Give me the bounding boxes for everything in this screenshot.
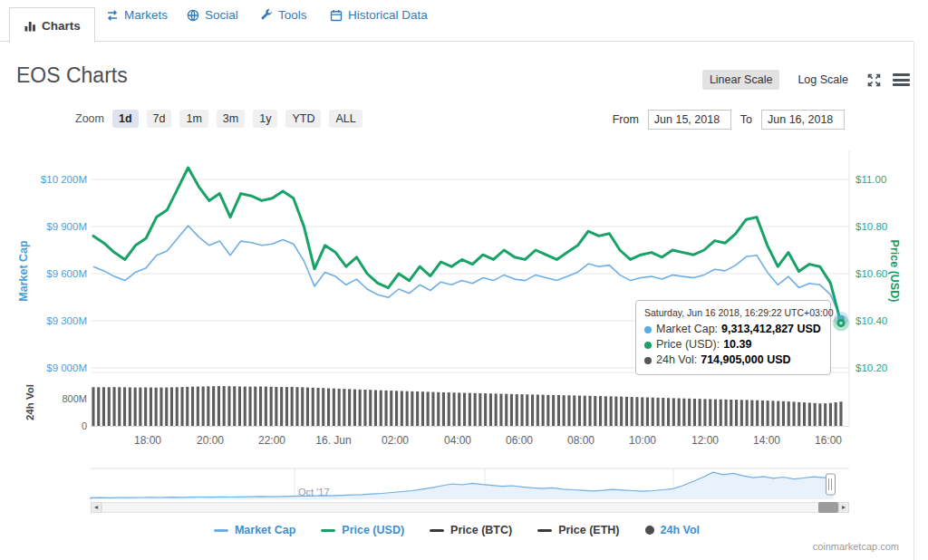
y-axis-right-tick: $10.60 — [856, 268, 887, 279]
legend-item-price-usd-[interactable]: Price (USD) — [321, 524, 404, 536]
wrench-icon — [260, 9, 273, 22]
tooltip-row: 24h Vol:714,905,000 USD — [644, 352, 822, 368]
chart-tab-bar: Charts Markets Social Tools Historical D… — [0, 0, 914, 42]
volume-tick-800m: 800M — [62, 393, 87, 404]
tooltip-series-value: 714,905,000 USD — [701, 352, 790, 368]
y-axis-right-tick: $11.00 — [856, 174, 886, 185]
legend-label: Market Cap — [235, 524, 295, 536]
zoom-range-1m[interactable]: 1m — [179, 110, 208, 128]
x-axis-tick: 16:00 — [801, 434, 856, 447]
x-axis-tick: 06:00 — [492, 434, 546, 447]
tab-tools-label: Tools — [278, 8, 307, 22]
series-bullet-icon — [644, 342, 652, 349]
menu-bar — [893, 79, 910, 82]
tab-historical-label: Historical Data — [348, 8, 428, 22]
exchange-arrows-icon — [106, 9, 119, 22]
chart-legend: Market CapPrice (USD)Price (BTC)Price (E… — [0, 524, 914, 536]
bar-chart-icon — [24, 19, 36, 32]
x-axis-tick: 10:00 — [615, 434, 670, 447]
scrollbar-thumb[interactable] — [818, 502, 838, 513]
watermark: coinmarketcap.com — [813, 541, 899, 552]
legend-label: Price (ETH) — [558, 524, 619, 536]
fullscreen-button[interactable] — [866, 72, 882, 88]
left-axis-title: Market Cap — [17, 240, 30, 301]
tab-tools[interactable]: Tools — [260, 8, 307, 22]
x-axis-tick: 08:00 — [554, 434, 608, 447]
chart-tooltip: Saturday, Jun 16 2018, 16:29:22 UTC+03:0… — [635, 300, 831, 375]
legend-item-24h-vol[interactable]: 24h Vol — [645, 524, 701, 536]
x-axis-tick: 02:00 — [368, 434, 422, 447]
globe-icon — [187, 9, 199, 22]
zoom-range-7d[interactable]: 7d — [147, 110, 172, 128]
menu-bar — [893, 73, 910, 76]
range-buttons: 1d7d1m3m1yYTDALL — [112, 110, 362, 128]
tooltip-row: Price (USD):10.39 — [644, 337, 822, 352]
tooltip-rows: Market Cap:9,313,412,827 USDPrice (USD):… — [644, 322, 822, 368]
calendar-icon — [330, 9, 343, 22]
zoom-range-all[interactable]: ALL — [329, 110, 362, 128]
zoom-range-1y[interactable]: 1y — [253, 110, 277, 128]
tooltip-series-label: 24h Vol: — [656, 352, 697, 368]
tooltip-row: Market Cap:9,313,412,827 USD — [644, 322, 822, 337]
series-bullet-icon — [644, 357, 652, 364]
navigator-tick: Apr '18 — [677, 487, 709, 497]
content-right-border — [914, 42, 914, 560]
legend-label: Price (BTC) — [450, 524, 512, 536]
from-date-input[interactable] — [648, 110, 731, 130]
date-range-row: From To — [613, 110, 845, 130]
x-axis-tick: 04:00 — [430, 434, 485, 447]
legend-line-icon — [537, 529, 552, 532]
to-date-input[interactable] — [761, 110, 845, 130]
tooltip-series-value: 10.39 — [723, 337, 751, 352]
tab-social[interactable]: Social — [187, 8, 238, 22]
legend-item-price-eth-[interactable]: Price (ETH) — [537, 524, 619, 536]
from-label: From — [613, 113, 639, 126]
volume-tick-0: 0 — [82, 420, 87, 431]
series-bullet-icon — [644, 326, 652, 333]
menu-bar — [893, 83, 910, 86]
linear-scale-button[interactable]: Linear Scale — [702, 70, 780, 90]
navigator-tick: Oct '17 — [298, 487, 330, 497]
zoom-label: Zoom — [75, 112, 104, 125]
y-axis-left-tick: $9 600M — [46, 268, 87, 279]
zoom-range-3m[interactable]: 3m — [217, 110, 245, 128]
legend-line-icon — [430, 529, 444, 532]
legend-label: 24h Vol — [661, 524, 701, 536]
navigator-tick: Jan '18 — [488, 487, 520, 497]
legend-item-price-btc-[interactable]: Price (BTC) — [430, 524, 512, 536]
to-label: To — [740, 113, 752, 126]
legend-circle-icon — [645, 526, 654, 535]
tab-markets[interactable]: Markets — [106, 8, 168, 22]
tooltip-timestamp: Saturday, Jun 16 2018, 16:29:22 UTC+03:0… — [644, 307, 822, 318]
scrollbar-track[interactable] — [102, 502, 838, 513]
scrollbar-left-arrow[interactable]: ◂ — [91, 502, 102, 513]
zoom-range-ytd[interactable]: YTD — [285, 110, 321, 128]
x-axis-tick: 12:00 — [678, 434, 732, 447]
y-axis-right-tick: $10.40 — [856, 315, 887, 326]
tab-historical-data[interactable]: Historical Data — [330, 8, 428, 22]
tooltip-series-value: 9,313,412,827 USD — [721, 322, 821, 337]
y-axis-right-tick: $10.80 — [856, 221, 887, 232]
log-scale-button[interactable]: Log Scale — [790, 70, 856, 90]
y-axis-right-tick: $10.20 — [856, 362, 887, 373]
page-title: EOS Charts — [16, 63, 128, 88]
legend-item-market-cap[interactable]: Market Cap — [214, 524, 295, 536]
eos-charts-page: Charts Markets Social Tools Historical D… — [0, 0, 928, 560]
x-axis-tick: 20:00 — [183, 434, 237, 447]
tooltip-series-label: Price (USD): — [656, 337, 720, 352]
navigator-handle[interactable] — [826, 474, 836, 495]
legend-label: Price (USD) — [342, 524, 404, 536]
y-axis-left-tick: $9 000M — [46, 362, 87, 373]
tab-social-label: Social — [205, 8, 238, 22]
tab-charts-label: Charts — [42, 19, 81, 33]
scrollbar-right-arrow[interactable]: ▸ — [838, 502, 849, 513]
x-axis-tick: 18:00 — [121, 434, 175, 447]
zoom-range-1d[interactable]: 1d — [112, 110, 139, 128]
tab-charts[interactable]: Charts — [9, 7, 95, 43]
expand-arrows-icon — [866, 72, 882, 88]
zoom-range-row: Zoom 1d7d1m3m1yYTDALL — [75, 110, 362, 128]
chart-menu-button[interactable] — [893, 72, 910, 89]
scale-toggle-group: Linear Scale Log Scale — [702, 70, 910, 90]
x-axis-tick: 16. Jun — [306, 434, 361, 447]
legend-line-icon — [214, 529, 228, 532]
